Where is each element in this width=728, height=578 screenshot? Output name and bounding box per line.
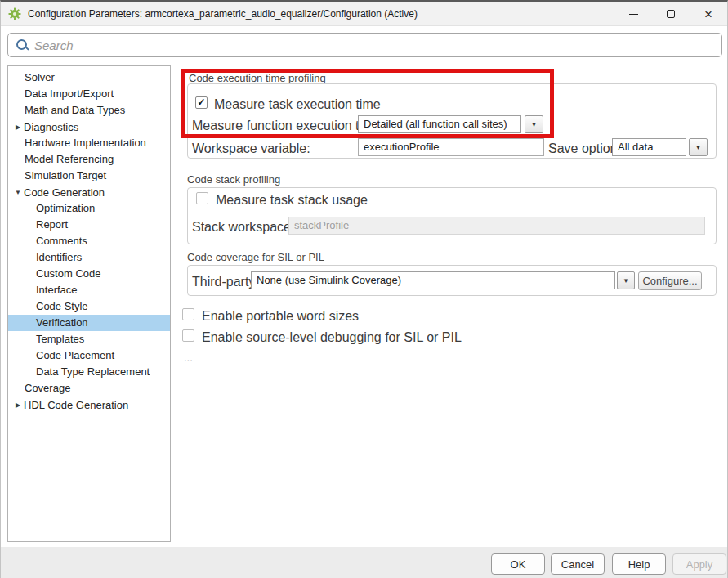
- sidebar-item-label: Solver: [25, 71, 55, 83]
- measure-task-execution-time-checkbox[interactable]: ✓: [195, 96, 208, 109]
- configuration-parameters-dialog: Configuration Parameters: armcortexa_par…: [0, 0, 728, 578]
- third-party-tool-dropdown[interactable]: None (use Simulink Coverage): [251, 271, 615, 289]
- sidebar-item-comments[interactable]: Comments: [8, 233, 170, 249]
- sidebar-item-label: HDL Code Generation: [24, 399, 128, 411]
- close-icon: ×: [704, 7, 712, 21]
- search-bar: [7, 33, 722, 57]
- help-button[interactable]: Help: [612, 553, 666, 575]
- sidebar-item-custom-code[interactable]: Custom Code: [8, 266, 170, 282]
- measure-function-times-dropdown-button[interactable]: ▾: [525, 115, 543, 133]
- sidebar-item-label: Diagnostics: [24, 121, 78, 133]
- enable-portable-word-sizes-checkbox[interactable]: [182, 308, 194, 320]
- sidebar-item-label: Hardware Implementation: [25, 137, 146, 149]
- chevron-right-icon[interactable]: ▶: [12, 397, 24, 414]
- sidebar-item-label: Verification: [36, 316, 88, 329]
- sidebar-item-label: Data Import/Export: [25, 87, 114, 100]
- workspace-variable-input[interactable]: executionProfile: [358, 138, 544, 156]
- measure-function-times-dropdown[interactable]: Detailed (all function call sites): [358, 115, 521, 133]
- section-title-code-stack-profiling: Code stack profiling: [187, 173, 280, 186]
- apply-button: Apply: [672, 553, 726, 575]
- sidebar-item-label: Code Placement: [36, 349, 114, 361]
- footer-bar: OK Cancel Help Apply: [1, 547, 727, 578]
- sidebar-item-label: Identifiers: [36, 251, 82, 263]
- sidebar-item-label: Code Generation: [24, 186, 105, 199]
- sidebar-tree: Solver Data Import/Export Math and Data …: [7, 65, 171, 542]
- sidebar-item-label: Report: [36, 218, 68, 231]
- search-input[interactable]: [34, 38, 721, 52]
- close-button[interactable]: ×: [690, 2, 727, 26]
- sidebar-item-label: Templates: [36, 333, 84, 345]
- minimize-icon: [629, 14, 638, 15]
- window-title: Configuration Parameters: armcortexa_par…: [28, 8, 418, 20]
- minimize-button[interactable]: [614, 2, 652, 26]
- sidebar-item-simulation-target[interactable]: Simulation Target: [8, 168, 170, 184]
- workspace-variable-label: Workspace variable:: [192, 141, 310, 156]
- sidebar-item-interface[interactable]: Interface: [8, 282, 170, 298]
- stack-workspace-variable-input: stackProfile: [288, 217, 705, 235]
- sidebar-item-data-type-replacement[interactable]: Data Type Replacement: [8, 364, 170, 380]
- sidebar-item-report[interactable]: Report: [8, 217, 170, 233]
- sidebar-item-label: Custom Code: [36, 267, 100, 280]
- sidebar-item-hardware-implementation[interactable]: Hardware Implementation: [8, 135, 170, 151]
- sidebar-item-identifiers[interactable]: Identifiers: [8, 249, 170, 266]
- sidebar-item-label: Coverage: [25, 382, 70, 394]
- sidebar-item-label: Comments: [36, 235, 87, 247]
- measure-task-execution-time-label: Measure task execution time: [214, 97, 381, 112]
- window-controls: ×: [614, 2, 727, 26]
- sidebar-item-code-style[interactable]: Code Style: [8, 298, 170, 315]
- search-icon: [16, 38, 29, 52]
- sidebar-item-diagnostics[interactable]: ▶Diagnostics: [8, 119, 170, 135]
- section-title-code-coverage: Code coverage for SIL or PIL: [187, 251, 324, 263]
- ellipsis-text: ...: [184, 352, 193, 364]
- sidebar-item-label: Code Style: [36, 300, 88, 312]
- measure-task-stack-usage-label: Measure task stack usage: [216, 193, 368, 208]
- configure-button[interactable]: Configure...: [638, 271, 702, 290]
- sidebar-item-optimization[interactable]: Optimization: [8, 200, 170, 217]
- sidebar-item-label: Data Type Replacement: [36, 365, 150, 378]
- sidebar-item-data-import-export[interactable]: Data Import/Export: [8, 86, 170, 102]
- checkmark-icon: ✓: [197, 97, 205, 107]
- cancel-button[interactable]: Cancel: [551, 553, 605, 575]
- maximize-button[interactable]: [652, 2, 690, 26]
- third-party-tool-dropdown-button[interactable]: ▾: [617, 271, 635, 289]
- sidebar-item-code-placement[interactable]: Code Placement: [8, 347, 170, 364]
- sidebar-item-templates[interactable]: Templates: [8, 331, 170, 347]
- sidebar-item-label: Math and Data Types: [25, 104, 125, 116]
- sidebar-item-hdl-code-generation[interactable]: ▶HDL Code Generation: [8, 397, 170, 413]
- save-options-dropdown-button[interactable]: ▾: [689, 138, 708, 156]
- sidebar-item-label: Model Referencing: [25, 153, 114, 165]
- chevron-down-icon[interactable]: ▼: [12, 185, 24, 201]
- save-options-dropdown[interactable]: All data: [612, 138, 686, 156]
- sidebar-item-label: Simulation Target: [25, 169, 106, 181]
- maximize-icon: [667, 10, 675, 18]
- sidebar-item-model-referencing[interactable]: Model Referencing: [8, 151, 170, 168]
- chevron-down-icon: ▾: [696, 144, 700, 151]
- sidebar-item-solver[interactable]: Solver: [8, 69, 170, 86]
- sidebar-item-verification[interactable]: Verification: [8, 315, 170, 331]
- section-title-code-execution-time-profiling: Code execution time profiling: [189, 72, 326, 84]
- measure-task-stack-usage-checkbox[interactable]: [196, 192, 208, 204]
- ok-button[interactable]: OK: [491, 553, 545, 575]
- chevron-right-icon[interactable]: ▶: [12, 119, 24, 136]
- sidebar-item-coverage[interactable]: Coverage: [8, 380, 170, 397]
- chevron-down-icon: ▾: [624, 277, 628, 285]
- titlebar: Configuration Parameters: armcortexa_par…: [1, 2, 727, 26]
- chevron-down-icon: ▾: [532, 121, 536, 128]
- enable-portable-word-sizes-label: Enable portable word sizes: [202, 309, 359, 324]
- gear-icon: [8, 7, 21, 20]
- enable-source-level-debugging-label: Enable source-level debugging for SIL or…: [202, 330, 462, 345]
- sidebar-item-label: Optimization: [36, 202, 95, 214]
- sidebar-item-math-and-data-types[interactable]: Math and Data Types: [8, 102, 170, 119]
- sidebar-item-code-generation[interactable]: ▼Code Generation: [8, 184, 170, 200]
- enable-source-level-debugging-checkbox[interactable]: [182, 329, 194, 342]
- sidebar-item-label: Interface: [36, 284, 78, 296]
